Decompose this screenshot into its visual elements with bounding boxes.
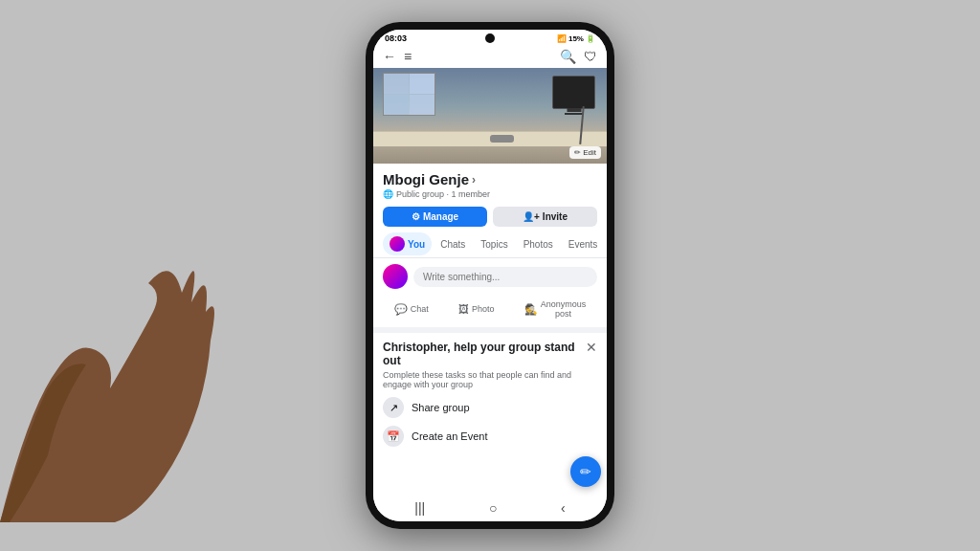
tab-photos[interactable]: Photos bbox=[517, 235, 560, 253]
fab-button[interactable]: ✏ bbox=[570, 456, 601, 487]
write-input[interactable] bbox=[413, 267, 597, 287]
anon-icon: 🕵 bbox=[524, 303, 538, 316]
top-nav: ← ≡ 🔍 🛡 bbox=[373, 45, 607, 68]
photo-action[interactable]: 🖼 Photo bbox=[454, 297, 500, 321]
menu-icon[interactable]: ≡ bbox=[404, 49, 412, 64]
manage-button[interactable]: ⚙ Manage bbox=[383, 207, 487, 227]
tab-you[interactable]: You bbox=[383, 232, 432, 255]
bottom-nav: ||| ○ ‹ bbox=[373, 495, 607, 521]
group-name: Mbogi Genje bbox=[383, 171, 469, 187]
shield-icon[interactable]: 🛡 bbox=[584, 49, 597, 64]
group-info: Mbogi Genje › 🌐 Public group · 1 member bbox=[373, 164, 607, 203]
share-group-item[interactable]: ↗ Share group bbox=[383, 397, 597, 418]
group-meta: Public group · 1 member bbox=[396, 189, 490, 199]
user-avatar bbox=[383, 264, 408, 289]
post-actions: 💬 Chat 🖼 Photo 🕵 Anonymouspost bbox=[373, 295, 607, 333]
help-title: Christopher, help your group stand out bbox=[383, 341, 597, 367]
help-desc: Complete these tasks so that people can … bbox=[383, 370, 597, 389]
tabs-row: You Chats Topics Photos Events bbox=[373, 231, 607, 258]
status-time: 08:03 bbox=[385, 33, 407, 43]
edit-button[interactable]: ✏ Edit bbox=[569, 146, 601, 159]
cover-image: ✏ Edit bbox=[373, 68, 607, 164]
write-box bbox=[373, 258, 607, 295]
close-button[interactable]: ✕ bbox=[586, 341, 597, 354]
back-icon[interactable]: ← bbox=[383, 49, 396, 64]
invite-button[interactable]: 👤+ Invite bbox=[493, 207, 597, 227]
help-card: ✕ Christopher, help your group stand out… bbox=[373, 333, 607, 454]
manage-icon: ⚙ bbox=[412, 211, 420, 222]
create-event-label: Create an Event bbox=[412, 430, 488, 442]
status-icons: 📶 15% 🔋 bbox=[557, 34, 595, 43]
chat-icon: 💬 bbox=[394, 303, 408, 316]
tab-topics[interactable]: Topics bbox=[474, 235, 514, 253]
search-icon[interactable]: 🔍 bbox=[560, 49, 576, 64]
group-chevron: › bbox=[472, 173, 476, 187]
share-group-label: Share group bbox=[412, 402, 470, 413]
tab-you-avatar bbox=[390, 236, 405, 252]
invite-icon: 👤+ bbox=[523, 211, 540, 222]
share-group-icon: ↗ bbox=[383, 397, 404, 418]
action-buttons: ⚙ Manage 👤+ Invite bbox=[373, 203, 607, 231]
anonymous-action[interactable]: 🕵 Anonymouspost bbox=[520, 297, 591, 321]
tab-events[interactable]: Events bbox=[562, 235, 605, 253]
create-event-icon: 📅 bbox=[383, 426, 404, 447]
chat-action[interactable]: 💬 Chat bbox=[390, 297, 434, 321]
bottom-home-icon[interactable]: ○ bbox=[489, 500, 497, 516]
photo-icon: 🖼 bbox=[458, 303, 469, 315]
bottom-back-icon[interactable]: ‹ bbox=[561, 500, 566, 516]
create-event-item[interactable]: 📅 Create an Event bbox=[383, 426, 597, 447]
globe-icon: 🌐 bbox=[383, 189, 393, 199]
tab-chats[interactable]: Chats bbox=[434, 235, 472, 253]
bottom-lines-icon: ||| bbox=[414, 500, 425, 516]
